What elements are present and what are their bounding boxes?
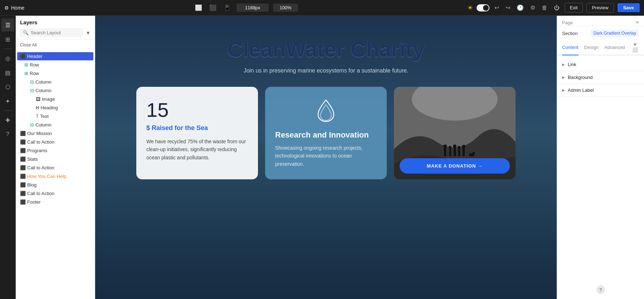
layer-col-2[interactable]: ⊟ Column [17,86,93,95]
layer-label: How You Can Help [27,174,91,179]
section-icon: ⬛ [20,131,26,136]
layer-label: Blog [27,182,91,188]
mobile-device-btn[interactable]: 📱 [222,3,232,13]
admin-label-section-header[interactable]: ▶ Admin Label [557,84,644,96]
filter-button[interactable]: ▼ [86,30,91,36]
row-icon: ⊞ [24,71,28,76]
layer-tree: ⬛ Header ⊞ Row ⊞ Row ⊟ Column ⊟ Column [16,50,95,299]
background-section-header[interactable]: ▶ Background [557,71,644,84]
svg-point-7 [453,145,457,148]
svg-rect-8 [458,149,460,156]
layer-text-element[interactable]: T Text [17,112,93,120]
tools-icon-btn[interactable]: ✚ [1,114,14,126]
power-btn[interactable]: ⏻ [552,3,561,13]
search-input[interactable] [31,30,80,35]
layer-stats[interactable]: ⬛ Stats [17,155,93,163]
layer-cta-1[interactable]: ⬛ Call to Action [17,138,93,146]
text-icon: T [36,114,39,119]
settings-btn[interactable]: ⚙ [529,3,537,13]
layer-heading[interactable]: H Heading [17,104,93,112]
right-section-admin-label: ▶ Admin Label [557,84,644,97]
layer-row-1[interactable]: ⊞ Row [17,61,93,69]
layer-our-mission[interactable]: ⬛ Our Mission [17,129,93,138]
tablet-device-btn[interactable]: ⬛ [208,3,218,13]
elements-icon-btn[interactable]: ⊞ [1,33,14,46]
layers-icon-btn[interactable]: ☰ [1,19,14,31]
donate-button[interactable]: MAKE A DONATION → [400,158,510,174]
heading-icon: H [36,105,39,110]
tab-advanced[interactable]: Advanced [604,40,625,55]
svg-rect-6 [454,148,456,156]
layer-footer[interactable]: ⬛ Footer [17,198,93,206]
nav-icon-btn[interactable]: ◎ [1,52,14,65]
search-wrap: 🔍 [20,28,83,37]
right-panel: Page × Section Dark Gradient Overlay Con… [557,16,644,299]
help-button[interactable]: ? [596,285,605,294]
icon-bar: ☰ ⊞ ◎ ▤ ⬡ ✦ ✚ ? [0,16,16,299]
width-input[interactable] [236,4,269,12]
layer-row-2[interactable]: ⊞ Row [17,69,93,78]
home-label: Home [11,5,24,11]
tab-more-btn[interactable]: ▼ ⬜ [631,40,639,55]
chevron-right-icon-bg: ▶ [562,75,565,79]
undo-btn[interactable]: ↩ [493,3,501,13]
layer-label: Header [27,54,91,59]
right-panel-page-label: Page [562,20,573,25]
zoom-input[interactable] [273,4,298,12]
theme-icon-btn[interactable]: ✦ [1,95,14,108]
tab-design[interactable]: Design [584,40,599,55]
chevron-right-icon-admin: ▶ [562,88,565,92]
section-value[interactable]: Dark Gradient Overlay [591,30,639,37]
canvas-inner: CleanWater Charity Join us in preserving… [95,16,557,299]
link-label: Link [568,62,576,67]
trash-btn[interactable]: 🗑 [540,3,549,13]
layer-label: Row [30,62,91,68]
desktop-device-btn[interactable]: ⬜ [194,3,204,13]
right-tabs: Content Design Advanced ▼ ⬜ [557,40,644,55]
tab-content[interactable]: Content [562,40,579,55]
admin-label-text: Admin Label [568,88,594,93]
layer-label: Stats [27,156,91,162]
section-icon: ⬛ [20,199,26,205]
icon-bar-divider [4,49,12,49]
layer-cta-3[interactable]: ⬛ Call to Action [17,189,93,198]
exit-button[interactable]: Exit [565,3,583,13]
col-icon: ⊟ [30,122,34,128]
section-icon: ⬛ [20,174,26,179]
layer-label: Call to Action [27,191,91,196]
save-button[interactable]: Save [618,3,640,12]
layer-how-you-help[interactable]: ⬛ How You Can Help [17,172,93,180]
card-3[interactable]: MAKE A DONATION → [394,87,516,179]
canvas-area[interactable]: CleanWater Charity Join us in preserving… [95,16,557,299]
card-1[interactable]: 15 $ Raised for the Sea We have recycled… [136,87,258,179]
svg-point-11 [462,145,465,149]
layer-header[interactable]: ⬛ Header [17,52,93,60]
search-icon: 🔍 [23,30,29,35]
help-icon-btn[interactable]: ? [1,128,14,141]
layer-blog[interactable]: ⬛ Blog [17,181,93,189]
layer-image[interactable]: 🖼 Image [17,95,93,103]
layer-programs[interactable]: ⬛ Programs [17,146,93,155]
redo-btn[interactable]: ↪ [504,3,512,13]
link-section-header[interactable]: ▶ Link [557,58,644,71]
layer-label: Column [35,79,91,85]
svg-rect-13 [473,152,475,154]
icon-bar-divider-2 [4,110,12,111]
layer-col-3[interactable]: ⊟ Column [17,121,93,129]
theme-toggle[interactable] [477,4,489,11]
close-all-button[interactable]: Close All [20,41,37,49]
layer-cta-2[interactable]: ⬛ Call to Action [17,164,93,172]
layer-col-1[interactable]: ⊟ Column [17,78,93,86]
svg-point-3 [443,145,447,148]
preview-button[interactable]: Preview [586,3,614,13]
topbar-right: ☀ ↩ ↪ 🕐 ⚙ 🗑 ⏻ Exit Preview Save [467,3,640,13]
modules-icon-btn[interactable]: ⬡ [1,80,14,93]
right-panel-close-btn[interactable]: × [636,19,639,26]
card-2[interactable]: Research and Innovation Showcasing ongoi… [265,87,387,179]
media-icon-btn[interactable]: ▤ [1,66,14,79]
background-label: Background [568,75,592,80]
layer-label: Our Mission [27,131,91,136]
layer-label: Text [40,114,91,119]
home-nav[interactable]: ⚙ Home [4,5,24,11]
history-btn[interactable]: 🕐 [515,3,525,13]
